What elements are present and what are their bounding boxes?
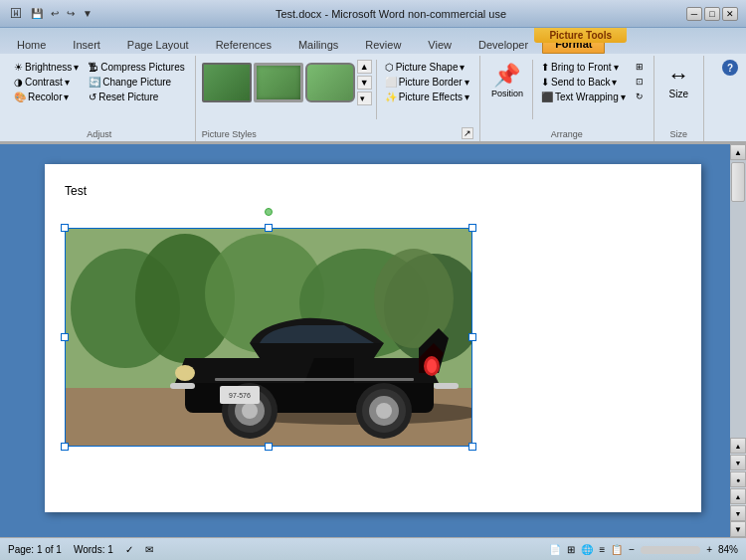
zoom-in-btn[interactable]: + <box>706 544 712 555</box>
rotate-btn[interactable]: ↻ <box>632 90 648 103</box>
handle-bot-mid[interactable] <box>265 443 273 451</box>
svg-point-22 <box>376 403 392 419</box>
adjust-col1: ☀ Brightness ▾ ◑ Contrast ▾ 🎨 Recolor ▾ <box>10 60 83 104</box>
contrast-btn[interactable]: ◑ Contrast ▾ <box>10 75 83 90</box>
help-btn[interactable]: ? <box>718 56 742 141</box>
scroll-extra-2[interactable]: ▼ <box>730 455 746 470</box>
size-group-content: ↔ Size <box>660 58 696 127</box>
text-wrap-icon: ⬛ <box>541 92 553 102</box>
handle-bot-right[interactable] <box>468 443 476 451</box>
picture-style-1[interactable] <box>202 63 252 102</box>
align-btn[interactable]: ⊞ <box>632 60 648 74</box>
picture-styles-expand-btn[interactable]: ↗ <box>462 127 473 139</box>
scroll-down-btn[interactable]: ▼ <box>730 521 746 537</box>
zoom-slider[interactable] <box>641 546 700 554</box>
picture-shape-arrow: ▾ <box>460 62 465 73</box>
scroll-up-btn[interactable]: ▲ <box>730 144 746 160</box>
gallery-more-btn[interactable]: ▾ <box>357 92 372 105</box>
scroll-extra-3[interactable]: ▲ <box>730 488 746 504</box>
maximize-btn[interactable]: □ <box>704 7 720 21</box>
picture-shape-label: Picture Shape <box>396 62 459 73</box>
change-icon: 🔄 <box>89 77 100 88</box>
arrange-group-content: 📌 Position ⬆ Bring to Front ▾ ⬇ Send to … <box>486 58 648 127</box>
picture-border-arrow: ▾ <box>465 77 469 88</box>
help-icon: ? <box>722 60 738 76</box>
scroll-thumb[interactable] <box>731 162 745 202</box>
gallery-scroll: ▲ ▼ ▾ <box>357 60 372 105</box>
quick-access-more-btn[interactable]: ▼ <box>80 7 95 20</box>
check-icon[interactable]: ✓ <box>125 544 133 555</box>
selected-image[interactable]: 97-576 <box>65 228 472 447</box>
image-container[interactable]: 97-576 <box>65 228 472 447</box>
bring-to-front-btn[interactable]: ⬆ Bring to Front ▾ <box>537 60 630 75</box>
send-back-label: Send to Back <box>551 77 610 88</box>
view-draft-icon[interactable]: 📋 <box>611 544 623 555</box>
handle-top-left[interactable] <box>61 224 69 232</box>
handle-bot-left[interactable] <box>61 443 69 451</box>
tab-references[interactable]: References <box>203 35 284 54</box>
view-full-icon[interactable]: ⊞ <box>567 544 575 555</box>
tab-review[interactable]: Review <box>352 35 414 54</box>
picture-border-label: Picture Border <box>399 77 463 88</box>
page-status: Page: 1 of 1 <box>8 544 62 555</box>
close-btn[interactable]: ✕ <box>722 7 738 21</box>
change-label: Change Picture <box>102 77 171 88</box>
styles-divider <box>376 60 377 119</box>
tab-insert[interactable]: Insert <box>60 35 113 54</box>
zoom-level: 84% <box>718 544 738 555</box>
position-btn[interactable]: 📌 Position <box>486 60 528 101</box>
handle-top-mid[interactable] <box>265 224 273 232</box>
picture-effects-icon: ✨ <box>385 92 397 102</box>
change-picture-btn[interactable]: 🔄 Change Picture <box>85 75 188 90</box>
view-outline-icon[interactable]: ≡ <box>599 544 605 555</box>
view-web-icon[interactable]: 🌐 <box>581 544 593 555</box>
recolor-btn[interactable]: 🎨 Recolor ▾ <box>10 90 83 104</box>
scroll-dot[interactable]: ● <box>730 471 746 487</box>
scroll-extra-1[interactable]: ▲ <box>730 438 746 454</box>
gallery-down-btn[interactable]: ▼ <box>357 76 372 90</box>
picture-style-3[interactable] <box>305 63 355 102</box>
redo-quick-btn[interactable]: ↪ <box>64 7 78 20</box>
handle-mid-left[interactable] <box>61 333 69 341</box>
tab-mailings[interactable]: Mailings <box>285 35 351 54</box>
right-scrollbar: ▲ ▲ ▼ ● ▲ ▼ ▼ <box>730 144 746 537</box>
brightness-btn[interactable]: ☀ Brightness ▾ <box>10 60 83 75</box>
size-btn[interactable]: ↔ Size <box>660 60 696 102</box>
scroll-track[interactable] <box>730 160 746 438</box>
scroll-extra-4[interactable]: ▼ <box>730 505 746 521</box>
svg-rect-13 <box>170 383 195 389</box>
handle-top-right[interactable] <box>468 224 476 232</box>
picture-styles-label: Picture Styles <box>202 127 257 139</box>
view-normal-icon[interactable]: 📄 <box>549 544 561 555</box>
handle-mid-right[interactable] <box>468 333 476 341</box>
picture-style-2[interactable] <box>254 63 303 102</box>
send-back-arrow: ▾ <box>612 77 617 88</box>
minimize-btn[interactable]: ─ <box>686 7 702 21</box>
document-page[interactable]: Test <box>45 164 701 512</box>
gallery-up-btn[interactable]: ▲ <box>357 60 372 74</box>
tab-home[interactable]: Home <box>4 35 59 54</box>
tab-page-layout[interactable]: Page Layout <box>114 35 202 54</box>
doc-scroll-area: Test <box>0 144 746 537</box>
document-area: Test <box>0 144 746 537</box>
zoom-out-btn[interactable]: − <box>629 544 635 555</box>
tab-view[interactable]: View <box>415 35 465 54</box>
car-svg: 97-576 <box>66 229 472 447</box>
undo-quick-btn[interactable]: ↩ <box>48 7 62 20</box>
picture-effects-arrow: ▾ <box>465 92 469 102</box>
recolor-icon: 🎨 <box>14 92 26 102</box>
reset-picture-btn[interactable]: ↺ Reset Picture <box>85 90 188 104</box>
compress-pictures-btn[interactable]: 🗜 Compress Pictures <box>85 60 188 75</box>
ribbon-content: ☀ Brightness ▾ ◑ Contrast ▾ 🎨 Recolor ▾ <box>0 54 746 143</box>
rotate-handle[interactable] <box>265 208 273 216</box>
picture-effects-btn[interactable]: ✨ Picture Effects ▾ <box>381 90 473 104</box>
save-quick-btn[interactable]: 💾 <box>28 7 46 20</box>
group-btn[interactable]: ⊡ <box>632 75 648 89</box>
text-wrapping-btn[interactable]: ⬛ Text Wrapping ▾ <box>537 90 630 104</box>
picture-border-btn[interactable]: ⬜ Picture Border ▾ <box>381 75 473 90</box>
send-to-back-btn[interactable]: ⬇ Send to Back ▾ <box>537 75 630 90</box>
tab-developer[interactable]: Developer <box>466 35 541 54</box>
envelope-icon[interactable]: ✉ <box>145 544 153 555</box>
picture-shape-btn[interactable]: ⬡ Picture Shape ▾ <box>381 60 473 75</box>
picture-styles-content: ▲ ▼ ▾ ⬡ Picture Shape ▾ ⬜ Picture Border <box>202 58 473 127</box>
